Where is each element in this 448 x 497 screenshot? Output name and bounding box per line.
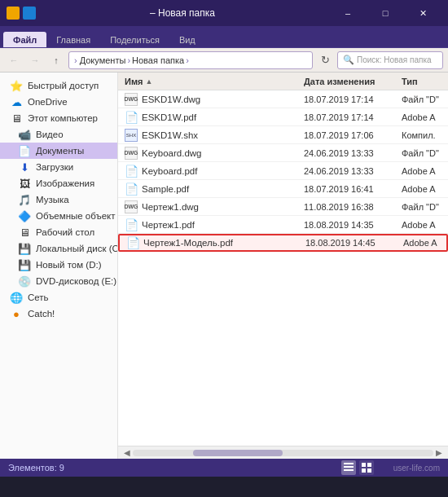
svg-rect-6 [367, 468, 371, 473]
sidebar-label-network: Сеть [28, 292, 49, 302]
sidebar-item-quickaccess[interactable]: ⭐ Быстрый доступ [0, 77, 117, 94]
sidebar-item-computer[interactable]: 🖥 Этот компьютер [0, 110, 117, 126]
file-date-cell: 11.08.2019 16:38 [297, 202, 395, 212]
file-list-area: Имя ▲ Дата изменения Тип DWG ESKD1W.dwg … [118, 73, 448, 459]
view-icons-button[interactable] [359, 460, 374, 475]
column-type[interactable]: Тип [395, 77, 448, 86]
table-row[interactable]: DWG ESKD1W.dwg 18.07.2019 17:14 Файл "D" [118, 90, 448, 108]
file-name-cell: DWG Чертеж1.dwg [118, 200, 297, 213]
table-row[interactable]: DWG Keyboard.dwg 24.06.2019 13:33 Файл "… [118, 144, 448, 162]
horizontal-scrollbar[interactable]: ◀ ▶ [118, 446, 448, 459]
file-type-cell: Adobe A [397, 238, 446, 248]
status-text: Элементов: 9 [8, 463, 64, 473]
file-date-cell: 18.07.2019 17:14 [297, 95, 395, 104]
sidebar-item-drive-e[interactable]: 💿 DVD-дисковод (E:) [0, 273, 117, 289]
path-end-chevron: › [186, 55, 189, 65]
sidebar-item-catch[interactable]: ● Catch! [0, 306, 117, 322]
table-row[interactable]: 📄 Чертеж1-Модель.pdf 18.08.2019 14:45 Ad… [118, 234, 448, 252]
sidebar-item-downloads[interactable]: ⬇ Загрузки [0, 159, 117, 175]
sidebar-item-3d[interactable]: 🔷 Объемные объект [0, 208, 117, 224]
minimize-button[interactable]: – [329, 0, 367, 26]
sidebar-item-documents[interactable]: 📄 Документы [0, 143, 117, 159]
sort-arrow: ▲ [145, 77, 152, 86]
file-date-cell: 18.08.2019 14:35 [297, 220, 395, 230]
table-row[interactable]: 📄 Чертеж1.pdf 18.08.2019 14:35 Adobe A [118, 216, 448, 234]
svg-rect-3 [362, 463, 366, 467]
onedrive-icon: ☁ [10, 95, 23, 108]
quickaccess-icon: ⭐ [10, 79, 23, 92]
file-name: Чертеж1.dwg [142, 202, 199, 212]
sidebar-item-onedrive[interactable]: ☁ OneDrive [0, 94, 117, 110]
file-name: ESKD1W.pdf [142, 112, 196, 122]
refresh-button[interactable]: ↻ [316, 51, 334, 69]
dwg-icon: DWG [125, 147, 138, 160]
file-type-icon: DWG [125, 147, 138, 160]
table-row[interactable]: DWG Чертеж1.dwg 11.08.2019 16:38 Файл "D… [118, 198, 448, 216]
sidebar-label-computer: Этот компьютер [28, 113, 98, 123]
path-folder: Новая папка [132, 55, 184, 65]
documents-icon: 📄 [18, 144, 31, 157]
tab-home[interactable]: Главная [46, 32, 100, 47]
view-details-button[interactable] [341, 460, 356, 475]
drive-d-icon: 💾 [18, 258, 31, 271]
table-row[interactable]: SHX ESKD1W.shx 18.07.2019 17:06 Компил. [118, 126, 448, 144]
up-button[interactable]: ↑ [47, 51, 65, 69]
file-type-icon: 📄 [125, 183, 138, 196]
computer-icon: 🖥 [10, 112, 23, 125]
address-path[interactable]: › Документы › Новая папка › [68, 51, 313, 69]
file-date-cell: 18.07.2019 17:06 [297, 130, 395, 140]
tab-file[interactable]: Файл [3, 32, 46, 47]
file-list-header: Имя ▲ Дата изменения Тип [118, 73, 448, 90]
file-name-cell: 📄 Чертеж1-Модель.pdf [120, 236, 299, 249]
file-type-cell: Adobe A [395, 184, 448, 194]
scroll-thumb[interactable] [193, 450, 283, 456]
sidebar-item-images[interactable]: 🖼 Изображения [0, 175, 117, 191]
scroll-left-arrow[interactable]: ◀ [121, 447, 133, 459]
scroll-track[interactable] [133, 450, 433, 456]
window-controls: – □ ✕ [329, 0, 441, 26]
file-date-cell: 24.06.2019 13:33 [297, 148, 395, 158]
table-row[interactable]: 📄 Sample.pdf 18.07.2019 16:41 Adobe A [118, 180, 448, 198]
main-area: ⭐ Быстрый доступ ☁ OneDrive 🖥 Этот компь… [0, 73, 448, 459]
file-name-cell: DWG ESKD1W.dwg [118, 93, 297, 106]
title-bar: – Новая папка – □ ✕ [0, 0, 448, 26]
sidebar-item-desktop[interactable]: 🖥 Рабочий стол [0, 224, 117, 240]
scroll-right-arrow[interactable]: ▶ [433, 447, 445, 459]
column-date[interactable]: Дата изменения [297, 77, 395, 86]
file-name-cell: DWG Keyboard.dwg [118, 147, 297, 160]
pdf-icon: 📄 [125, 165, 138, 178]
folder-icon-yellow [7, 7, 20, 20]
sidebar-item-music[interactable]: 🎵 Музыка [0, 191, 117, 208]
table-row[interactable]: 📄 ESKD1W.pdf 18.07.2019 17:14 Adobe A [118, 108, 448, 126]
sidebar-item-network[interactable]: 🌐 Сеть [0, 289, 117, 306]
sidebar-item-drive-c[interactable]: 💾 Локальный диск (C [0, 240, 117, 257]
sidebar: ⭐ Быстрый доступ ☁ OneDrive 🖥 Этот компь… [0, 73, 118, 459]
search-box[interactable]: 🔍 Поиск: Новая папка [337, 51, 443, 69]
file-name: Sample.pdf [142, 184, 189, 194]
file-type-cell: Компил. [395, 130, 448, 140]
back-button[interactable]: ← [5, 51, 23, 69]
table-row[interactable]: 📄 Keyboard.pdf 24.06.2019 13:33 Adobe A [118, 162, 448, 180]
file-date-cell: 24.06.2019 13:33 [297, 166, 395, 176]
tab-share[interactable]: Поделиться [100, 32, 169, 47]
sidebar-label-images: Изображения [36, 178, 94, 188]
close-button[interactable]: ✕ [404, 0, 441, 26]
sidebar-item-drive-d[interactable]: 💾 Новый том (D:) [0, 257, 117, 273]
file-name: Чертеж1.pdf [142, 220, 195, 230]
sidebar-item-video[interactable]: 📹 Видео [0, 126, 117, 143]
file-type-cell: Adobe A [395, 166, 448, 176]
sidebar-label-drive-c: Локальный диск (C [36, 244, 117, 253]
path-docs: Документы [80, 55, 126, 65]
tab-view[interactable]: Вид [169, 32, 205, 47]
maximize-button[interactable]: □ [367, 0, 404, 26]
column-name[interactable]: Имя ▲ [118, 77, 297, 86]
pdf-icon: 📄 [125, 111, 138, 124]
address-bar: ← → ↑ › Документы › Новая папка › ↻ 🔍 По… [0, 48, 448, 73]
forward-button[interactable]: → [26, 51, 44, 69]
file-name: Keyboard.dwg [142, 148, 202, 158]
file-name: Чертеж1-Модель.pdf [143, 238, 233, 248]
file-type-icon: 📄 [125, 218, 138, 231]
title-bar-icons [7, 7, 36, 20]
search-placeholder: Поиск: Новая папка [357, 55, 432, 64]
sidebar-label-downloads: Загрузки [36, 162, 73, 172]
